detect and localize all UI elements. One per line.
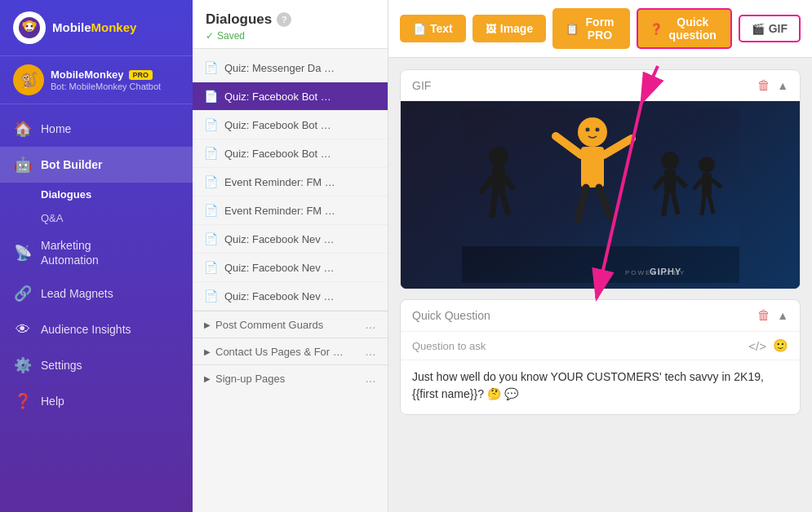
sidebar-item-label: Home [41,121,71,136]
quick-question-button[interactable]: ❓ Quick question [637,8,732,49]
doc-icon: 📄 [204,118,218,131]
svg-point-5 [23,22,27,27]
dialogue-name: Event Reminder: FM … [224,176,376,188]
settings-icon: ⚙️ [13,355,33,375]
sidebar-item-label: Lead Magnets [41,286,113,301]
quick-question-card: Quick Question 🗑 ▲ Question to ask </> 🙂… [400,299,801,415]
gif-collapse-icon[interactable]: ▲ [777,79,788,92]
list-item[interactable]: 📄 Quiz: Facebook Bot … [193,82,388,111]
saved-badge: ✓ Saved [206,30,375,42]
question-label: Question to ask [412,340,486,352]
sidebar-item-label: MarketingAutomation [41,238,99,267]
section-signup-pages[interactable]: ▶ Sign-up Pages … [193,364,388,391]
svg-point-6 [33,22,37,27]
gif-card-title: GIF [412,79,431,92]
question-text: Just how well do you know YOUR CUSTOMERS… [401,360,800,414]
svg-point-22 [595,127,599,131]
qq-delete-icon[interactable]: 🗑 [757,308,770,323]
svg-line-13 [492,195,495,218]
image-btn-icon: 🖼 [486,23,496,35]
text-button[interactable]: 📄 Text [400,15,466,42]
sidebar-item-help[interactable]: ❓ Help [0,383,193,419]
list-item[interactable]: 📄 Quiz: Facebook Bot … [193,139,388,168]
sidebar-item-settings[interactable]: ⚙️ Settings [0,347,193,383]
doc-icon: 📄 [204,204,218,217]
gif-button[interactable]: 🎬 GIF [739,15,801,42]
middle-panel: Dialogues ? ✓ Saved 📄 Quiz: Messenger Da… [193,0,388,512]
form-btn-icon: 📋 [566,23,579,35]
dialogues-help-icon[interactable]: ? [277,12,291,27]
dialogue-name: Quiz: Facebook Nev … [224,233,376,245]
sidebar-item-bot-builder[interactable]: 🤖 Bot Builder [0,147,193,183]
section-dots-icon: … [365,345,376,358]
qq-collapse-icon[interactable]: ▲ [777,309,788,322]
svg-rect-10 [492,166,505,195]
sidebar-item-marketing-automation[interactable]: 📡 MarketingAutomation [0,230,193,276]
dialogue-name: Event Reminder: FM … [224,205,376,217]
dialogue-name: Quiz: Facebook Nev … [224,262,376,274]
svg-text:GIPHY: GIPHY [650,267,681,276]
gif-delete-icon[interactable]: 🗑 [757,78,770,93]
doc-icon: 📄 [204,61,218,74]
section-label: Contact Us Pages & For … [215,346,360,358]
form-pro-button[interactable]: 📋 Form PRO [552,8,630,49]
chevron-right-icon: ▶ [204,320,211,329]
svg-point-15 [578,117,607,147]
sidebar-item-audience-insights[interactable]: 👁 Audience Insights [0,311,193,347]
pro-badge: PRO [129,70,153,80]
image-button[interactable]: 🖼 Image [473,15,546,42]
doc-icon: 📄 [204,90,218,103]
dialogue-name: Quiz: Messenger Da … [224,62,376,74]
gif-card-actions: 🗑 ▲ [757,78,788,93]
section-label: Post Comment Guards [215,319,360,331]
user-subtitle: Bot: MobileMonkey Chatbot [51,82,180,91]
svg-rect-8 [462,246,739,283]
avatar: 🐒 [13,64,44,95]
sidebar-sub-dialogues[interactable]: Dialogues [0,183,193,206]
list-item[interactable]: 📄 Event Reminder: FM … [193,168,388,196]
sidebar-sub-qa[interactable]: Q&A [0,206,193,230]
section-label: Sign-up Pages [215,373,360,385]
gif-display-container: POWERED BY GIPHY [401,101,800,289]
list-item[interactable]: 📄 Event Reminder: FM … [193,196,388,225]
gif-animation: POWERED BY GIPHY [462,108,739,283]
sidebar-item-home[interactable]: 🏠 Home [0,111,193,147]
svg-rect-24 [664,170,676,194]
sidebar: MobileMonkey 🐒 MobileMonkey PRO Bot: Mob… [0,0,193,512]
emoji-icon[interactable]: 🙂 [773,338,788,353]
section-contact-pages[interactable]: ▶ Contact Us Pages & For … … [193,338,388,364]
dialogue-name: Quiz: Facebook Bot … [224,119,376,131]
doc-icon: 📄 [204,175,218,188]
help-icon: ❓ [13,391,33,411]
toolbar: 📄 Text 🖼 Image 📋 Form PRO ❓ Quick questi… [388,0,812,58]
list-item[interactable]: 📄 Quiz: Facebook Nev … [193,254,388,282]
main-content: 📄 Text 🖼 Image 📋 Form PRO ❓ Quick questi… [388,0,812,512]
dialogues-header: Dialogues ? ✓ Saved [193,0,388,49]
dialogue-list: 📄 Quiz: Messenger Da … 📄 Quiz: Facebook … [193,49,388,512]
lead-magnets-icon: 🔗 [13,284,33,303]
user-info: MobileMonkey PRO Bot: MobileMonkey Chatb… [51,68,180,91]
svg-point-23 [661,152,679,170]
list-item[interactable]: 📄 Quiz: Facebook Bot … [193,111,388,139]
svg-point-29 [699,157,715,173]
doc-icon: 📄 [204,261,218,274]
sidebar-item-lead-magnets[interactable]: 🔗 Lead Magnets [0,276,193,311]
nav-items: 🏠 Home 🤖 Bot Builder Dialogues Q&A 📡 Mar… [0,104,193,512]
quick-question-header: Quick Question 🗑 ▲ [401,300,800,332]
list-item[interactable]: 📄 Quiz: Messenger Da … [193,54,388,82]
qq-actions: 🗑 ▲ [757,308,788,323]
quick-question-title: Quick Question [412,309,490,322]
code-icon[interactable]: </> [748,339,766,353]
gif-card-header: GIF 🗑 ▲ [401,70,800,101]
bot-builder-icon: 🤖 [13,155,33,174]
qq-tools: </> 🙂 [748,338,788,353]
home-icon: 🏠 [13,119,33,139]
list-item[interactable]: 📄 Quiz: Facebook Nev … [193,282,388,311]
section-post-comment-guards[interactable]: ▶ Post Comment Guards … [193,311,388,338]
dialogues-title: Dialogues ? [206,11,375,28]
sidebar-item-label: Audience Insights [41,322,131,337]
list-item[interactable]: 📄 Quiz: Facebook Nev … [193,225,388,254]
sidebar-item-label: Settings [41,358,82,373]
section-dots-icon: … [365,318,376,331]
qq-btn-icon: ❓ [650,23,663,35]
